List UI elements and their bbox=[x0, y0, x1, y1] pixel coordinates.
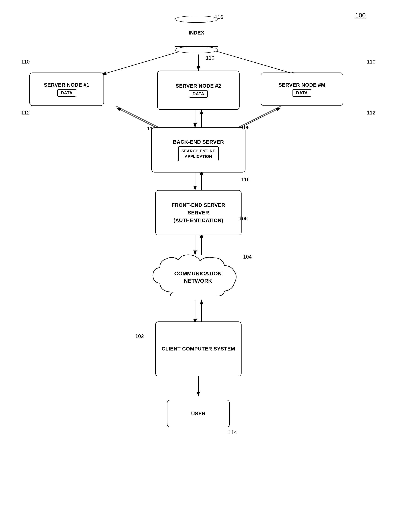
ref-102: 102 bbox=[135, 333, 144, 339]
index-label: INDEX bbox=[175, 19, 218, 47]
server-node-1-label: SERVER NODE #1 bbox=[44, 82, 89, 88]
back-end-server-label: BACK-END SERVER bbox=[173, 139, 224, 145]
client-computer-system: CLIENT COMPUTER SYSTEM bbox=[155, 322, 242, 376]
ref-110-left: 110 bbox=[21, 59, 30, 65]
communication-network: COMMUNICATION NETWORK bbox=[149, 253, 247, 302]
user-node: USER bbox=[167, 400, 230, 427]
ref-110-center: 110 bbox=[206, 55, 214, 61]
index-node: INDEX bbox=[175, 16, 218, 57]
server-node-2-data: DATA bbox=[189, 90, 208, 98]
server-node-2: SERVER NODE #2 DATA bbox=[157, 71, 240, 110]
cylinder-bottom bbox=[175, 46, 218, 53]
client-computer-label: CLIENT COMPUTER SYSTEM bbox=[161, 345, 235, 353]
user-label: USER bbox=[191, 411, 206, 417]
search-engine-app: SEARCH ENGINEAPPLICATION bbox=[178, 146, 218, 161]
diagram: 100 INDEX 116 SERVER NODE #1 DATA 110 11… bbox=[0, 0, 397, 532]
server-node-1-data: DATA bbox=[57, 89, 76, 97]
ref-114: 114 bbox=[228, 429, 237, 435]
ref-112-right: 112 bbox=[367, 110, 375, 116]
svg-text:NETWORK: NETWORK bbox=[184, 278, 212, 284]
back-end-server: BACK-END SERVER SEARCH ENGINEAPPLICATION bbox=[151, 127, 245, 173]
ref-112-left: 112 bbox=[21, 110, 30, 116]
front-end-server: FRONT-END SERVERSERVER(AUTHENTICATION) bbox=[155, 190, 242, 235]
ref-106: 106 bbox=[239, 216, 248, 222]
server-node-m-data: DATA bbox=[292, 89, 311, 97]
front-end-server-label: FRONT-END SERVERSERVER(AUTHENTICATION) bbox=[172, 201, 225, 224]
ref-118: 118 bbox=[241, 176, 250, 182]
diagram-ref-100: 100 bbox=[355, 12, 366, 19]
server-node-1: SERVER NODE #1 DATA bbox=[29, 73, 104, 106]
server-node-2-label: SERVER NODE #2 bbox=[176, 83, 221, 89]
ref-110-right: 110 bbox=[367, 59, 375, 65]
server-node-m-label: SERVER NODE #M bbox=[278, 82, 325, 88]
ref-104: 104 bbox=[243, 254, 252, 260]
svg-text:COMMUNICATION: COMMUNICATION bbox=[174, 271, 222, 277]
cylinder-top bbox=[175, 16, 218, 23]
ref-108: 108 bbox=[241, 124, 250, 130]
server-node-m: SERVER NODE #M DATA bbox=[261, 73, 343, 106]
